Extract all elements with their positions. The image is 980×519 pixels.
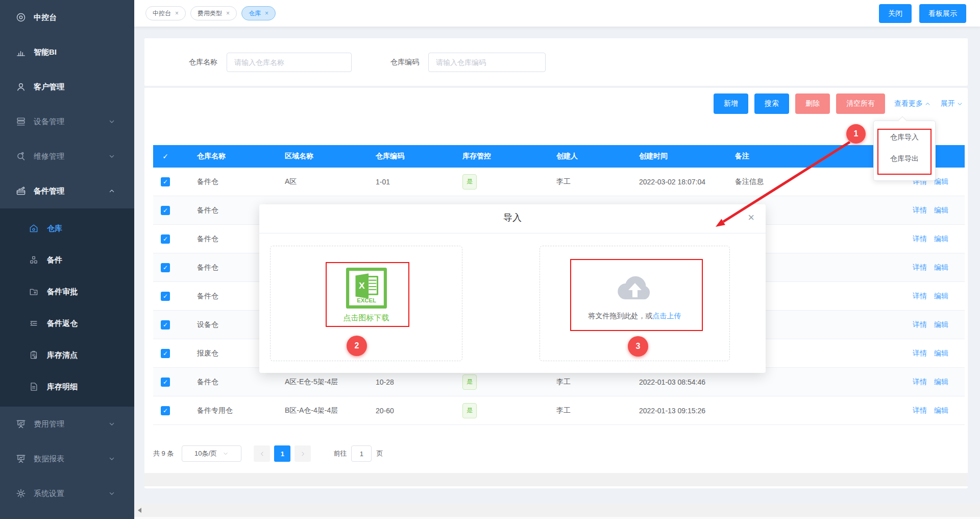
cell-code: 20-60 [356,407,443,415]
cell-stock: 是 [443,374,537,390]
row-checkbox[interactable]: ✓ [161,206,170,215]
return-icon [29,318,39,328]
sidebar-item-label: 仓库 [47,224,62,233]
search-button[interactable]: 搜索 [754,93,789,114]
row-checkbox[interactable]: ✓ [161,349,170,358]
tab-费用类型[interactable]: 费用类型× [190,6,237,20]
row-edit-link[interactable]: 编辑 [934,177,948,185]
device-icon [15,116,27,127]
sidebar-item-device[interactable]: 设备管理 [0,104,134,139]
row-checkbox[interactable]: ✓ [161,378,170,387]
excel-download-button[interactable]: XEXCEL 点击图标下载 [344,267,389,323]
stock-control-tag: 是 [462,374,477,390]
column-header: 仓库编码 [356,152,443,161]
cell-name: 备件仓 [178,206,265,215]
chevron-down-icon [108,489,116,498]
tab-close-icon[interactable]: × [265,10,268,17]
sidebar-item-smart-bi[interactable]: 智能BI [0,35,134,69]
board-display-button[interactable]: 看板展示 [919,4,966,23]
pagination: 共 9 条 10条/页 1 前往 页 [153,445,383,462]
tab-中控台[interactable]: 中控台× [145,6,186,20]
annotation-step-2: 2 [347,336,367,356]
sidebar-item-label: 库存明细 [47,382,78,392]
row-detail-link[interactable]: 详情 [913,320,927,328]
row-detail-link[interactable]: 详情 [913,378,927,386]
row-checkbox[interactable]: ✓ [161,177,170,186]
warehouse-code-input[interactable] [428,53,546,72]
sidebar-item-expense[interactable]: 费用管理 [0,407,134,441]
tab-close-icon[interactable]: × [175,10,179,17]
row-edit-link[interactable]: 编辑 [934,263,948,271]
row-edit-link[interactable]: 编辑 [934,320,948,328]
row-edit-link[interactable]: 编辑 [934,234,948,243]
sidebar-item-part-return[interactable]: 备件返仓 [0,308,134,339]
row-detail-link[interactable]: 详情 [913,292,927,300]
row-checkbox[interactable]: ✓ [161,234,170,244]
row-detail-link[interactable]: 详情 [913,206,927,214]
settings-icon [15,488,27,499]
sidebar-item-repair[interactable]: 维修管理 [0,139,134,174]
cell-stock: 是 [443,403,537,418]
close-icon[interactable]: × [748,211,754,224]
row-detail-link[interactable]: 详情 [913,406,927,414]
row-checkbox[interactable]: ✓ [161,263,170,272]
clear-all-button[interactable]: 清空所有 [836,93,885,114]
sidebar-item-report[interactable]: 数据报表 [0,441,134,476]
table-row: ✓备件专用仓B区-A仓-4架-4层20-60是李工2022-01-13 09:1… [153,396,965,425]
cell-creator: 李工 [537,378,620,387]
row-edit-link[interactable]: 编辑 [934,349,948,357]
cell-name: 备件仓 [178,378,265,387]
cell-stock: 是 [443,174,537,190]
row-detail-link[interactable]: 详情 [913,349,927,357]
row-checkbox[interactable]: ✓ [161,320,170,329]
row-actions: 详情编辑 [898,378,965,387]
row-checkbox[interactable]: ✓ [161,292,170,301]
sidebar-item-part[interactable]: 备件 [0,244,134,276]
select-all-checkbox[interactable]: ✓ [153,152,178,160]
row-actions: 详情编辑 [898,234,965,244]
dropdown-item-export[interactable]: 仓库导出 [874,149,935,168]
dropdown-item-import[interactable]: 仓库导入 [874,128,935,146]
sidebar-item-stock-detail[interactable]: 库存明细 [0,371,134,403]
row-detail-link[interactable]: 详情 [913,263,927,271]
sidebar-item-console[interactable]: 中控台 [0,0,134,35]
stock-control-tag: 是 [462,174,477,190]
row-edit-link[interactable]: 编辑 [934,378,948,386]
close-button[interactable]: 关闭 [879,4,912,23]
sidebar-item-stock-check[interactable]: 库存清点 [0,339,134,371]
cell-name: 备件仓 [178,234,265,244]
expand-link[interactable]: 展开 [941,99,964,108]
prev-page-button[interactable] [254,445,270,462]
next-page-button[interactable] [295,445,311,462]
tab-仓库[interactable]: 仓库× [241,6,276,20]
sidebar-submenu: 仓库备件备件审批备件返仓库存清点库存明细 [0,208,134,407]
delete-button[interactable]: 删除 [795,93,830,114]
click-upload-link[interactable]: 点击上传 [653,312,681,320]
row-edit-link[interactable]: 编辑 [934,206,948,214]
add-button[interactable]: 新增 [714,93,748,114]
sidebar-item-settings[interactable]: 系统设置 [0,476,134,511]
tab-label: 仓库 [249,9,261,18]
warehouse-name-input[interactable] [227,53,352,72]
row-actions: 详情编辑 [898,320,965,329]
page-size-select[interactable]: 10条/页 [182,445,241,462]
row-detail-link[interactable]: 详情 [913,234,927,243]
row-checkbox[interactable]: ✓ [161,406,170,415]
sidebar-item-spare[interactable]: 备件管理 [0,174,134,208]
horizontal-scrollbar[interactable] [134,504,980,517]
sidebar-item-warehouse[interactable]: 仓库 [0,213,134,244]
sidebar-item-customer[interactable]: 客户管理 [0,69,134,104]
horizontal-scrollbar[interactable] [144,473,968,486]
page-number-button[interactable]: 1 [274,445,290,462]
sidebar-item-part-approval[interactable]: 备件审批 [0,276,134,308]
upload-area[interactable]: 将文件拖到此处，或点击上传 [589,274,681,321]
annotation-step-3: 3 [628,336,648,357]
scroll-left-arrow-icon[interactable] [138,508,141,513]
column-header: 区域名称 [265,152,356,161]
goto-page-input[interactable] [351,445,372,462]
row-edit-link[interactable]: 编辑 [934,406,948,414]
view-more-link[interactable]: 查看更多 [894,99,932,108]
tab-close-icon[interactable]: × [226,10,230,17]
row-edit-link[interactable]: 编辑 [934,292,948,300]
row-actions: 详情编辑 [898,349,965,358]
